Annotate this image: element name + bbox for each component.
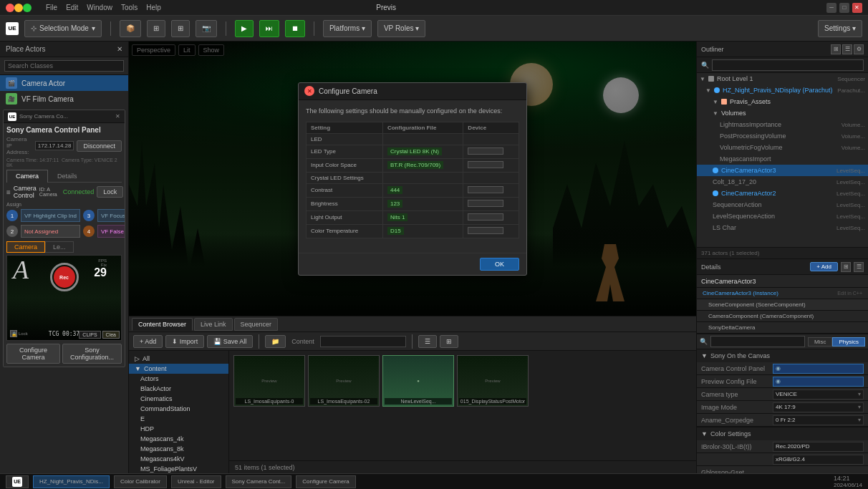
disconnect-btn[interactable]: Disconnect [77, 140, 122, 152]
panel-close-icon[interactable]: ✕ [117, 45, 122, 53]
details-val-pcf[interactable]: ◉ [773, 377, 864, 387]
max-btn[interactable] [23, 4, 32, 12]
selection-mode-btn[interactable]: ⊹ Selection Mode ▾ [24, 20, 102, 37]
outliner-item-meg[interactable]: MegascansImport [697, 153, 868, 165]
outliner-item-volumes[interactable]: ▼ Volumes [697, 107, 868, 119]
outliner-item-hz[interactable]: ▼ HZ_Night_Pravis_NDisplay (Parachut) Pa… [697, 84, 868, 96]
details-val-aname[interactable]: 0 Fr 2:2 ▾ [773, 415, 864, 425]
tree-ms-foliage[interactable]: MS_FoliagePlantsV [129, 464, 228, 473]
clear-btn[interactable]: Clea [102, 331, 120, 339]
configure-camera-btn[interactable]: Configure Camera [6, 344, 60, 364]
add-btn[interactable]: + Add [133, 335, 163, 348]
camera-btn[interactable]: 📷 [196, 20, 217, 37]
taskbar-btn-hz[interactable]: HZ_Night_Pravis_NDis... [33, 475, 110, 488]
tab-sequencer[interactable]: Sequencer [234, 318, 279, 331]
place-actors-btn[interactable]: 📦 [120, 20, 141, 37]
outliner-item-seqact[interactable]: SequencerAction LevelSeq... [697, 199, 868, 210]
assign-item-1[interactable]: 1 VF Highlight Clip Ind [6, 208, 80, 223]
tree-all[interactable]: ▷ All [129, 354, 228, 364]
stop-btn[interactable]: ⏹ [285, 20, 305, 37]
tree-megascansv[interactable]: Megascans4kV [129, 454, 228, 464]
taskbar-ue5[interactable]: UE [6, 475, 29, 488]
content-search-input[interactable] [320, 336, 406, 347]
tree-hdp[interactable]: HDP [129, 424, 228, 434]
new-folder-btn[interactable]: 📁 [265, 335, 286, 348]
tree-actors[interactable]: Actors [129, 374, 228, 384]
assign-item-2[interactable]: 2 Not Assigned [6, 224, 80, 238]
details-search-input[interactable] [710, 336, 805, 347]
outliner-item-post[interactable]: PostProcessingVolume Volume... [697, 130, 868, 142]
tree-megascans-8k[interactable]: Megascans_8k [129, 444, 228, 454]
outliner-icon-2[interactable]: ☰ [842, 44, 852, 54]
window-close[interactable]: ✕ [852, 3, 862, 13]
sony-camera-tab[interactable]: Camera [6, 170, 48, 183]
outliner-item-lschar[interactable]: LS Char LevelSeq... [697, 222, 868, 233]
settings-btn[interactable]: Settings ▾ [818, 20, 862, 37]
view-btn[interactable]: ⊞ [440, 335, 458, 348]
outliner-settings-icon[interactable]: ⚙ [854, 44, 864, 54]
menu-edit[interactable]: Edit [66, 4, 78, 11]
menu-help[interactable]: Help [146, 4, 161, 11]
component-item-0[interactable]: CineCameraActor3 (Instance) Edit in C++ [697, 288, 868, 299]
menu-window[interactable]: Window [87, 4, 112, 11]
sony-config-btn[interactable]: Sony Configuration... [62, 344, 122, 364]
details-icon-2[interactable]: ☰ [854, 262, 864, 272]
close-btn[interactable] [6, 4, 14, 12]
tab-live-link[interactable]: Live Link [194, 318, 233, 331]
sony-panel-close-icon[interactable]: ✕ [115, 113, 120, 120]
cam-tab-lens[interactable]: Le... [45, 241, 74, 253]
outliner-search-input[interactable] [712, 59, 864, 71]
tree-content[interactable]: ▼ Content [129, 364, 228, 374]
sony-details-tab[interactable]: Details [48, 170, 87, 182]
outliner-icon-1[interactable]: ⊞ [831, 44, 841, 54]
assign-item-4[interactable]: 4 VF False Color [83, 224, 125, 238]
assign-btn-4[interactable]: VF False Color [97, 225, 125, 238]
add-component-btn[interactable]: + Add [810, 262, 838, 271]
outliner-item-cine2[interactable]: CineCameraActor2 LevelSeq... [697, 188, 868, 199]
component-item-1[interactable]: SceneComponent (SceneComponent) [697, 299, 868, 311]
details-val-imgmode[interactable]: 4K 17:9 ▾ [773, 402, 864, 412]
play-btn[interactable]: ▶ [235, 20, 254, 37]
viewport[interactable]: Perspective Lit Show ✕ Configure Camera … [129, 42, 696, 316]
outliner-item-cine3[interactable]: CineCameraActor3 LevelSeq... [697, 165, 868, 176]
actor-item-camera[interactable]: 🎬 Camera Actor [0, 75, 128, 91]
asset-thumb-2[interactable]: ● NewLevelSeq... [382, 355, 454, 407]
lock-icon[interactable]: 🔒 [10, 330, 17, 337]
component-item-3[interactable]: SonyDeltaCamera [697, 322, 868, 334]
taskbar-btn-color[interactable]: Color Calibrator [114, 475, 167, 488]
min-btn[interactable] [14, 4, 23, 12]
assign-btn-2[interactable]: Not Assigned [21, 225, 80, 238]
details-icon-1[interactable]: ⊞ [841, 262, 851, 272]
outliner-item-lvlseq[interactable]: LevelSequenceAction LevelSeq... [697, 210, 868, 222]
snap-btn[interactable]: ⊞ [147, 20, 165, 37]
group-header-color[interactable]: ▼ Color Settings [697, 427, 868, 440]
vp-roles-btn[interactable]: VP Roles ▾ [377, 20, 425, 37]
outliner-item-root[interactable]: ▼ Root Level 1 Sequencer [697, 73, 868, 84]
filter-btn[interactable]: ☰ [418, 335, 437, 348]
tree-cinematics[interactable]: Cinematics [129, 394, 228, 404]
menu-file[interactable]: File [46, 4, 57, 11]
clips-btn[interactable]: CLIPS [79, 331, 100, 339]
component-item-2[interactable]: CameraComponent (CameraComponent) [697, 311, 868, 322]
asset-thumb-3[interactable]: Preview 015_DisplayStatusPostMotor [457, 355, 529, 407]
grid-btn[interactable]: ⊞ [171, 20, 190, 37]
details-tab-physics[interactable]: Physics [832, 337, 865, 347]
window-maximize[interactable]: □ [839, 3, 849, 13]
outliner-item-vol[interactable]: VolumetricFogVolume Volume... [697, 142, 868, 153]
tree-commandstation[interactable]: CommandStation [129, 404, 228, 414]
assign-btn-1[interactable]: VF Highlight Clip Ind [21, 209, 80, 222]
outliner-item-colt[interactable]: Colt_18_17_20 LevelSeq... [697, 176, 868, 188]
tree-megascans-4k[interactable]: Megascans_4k [129, 434, 228, 444]
details-val-camtype[interactable]: VENICE ▾ [773, 389, 864, 400]
outliner-item-assets[interactable]: ▼ Pravis_Assets [697, 96, 868, 107]
assign-btn-3[interactable]: VF Focus Magnifier [97, 209, 125, 222]
cam-tab-camera[interactable]: Camera [6, 241, 45, 253]
place-actors-search[interactable] [4, 60, 124, 72]
details-val-ibrolor[interactable]: Rec.2020/PD [773, 442, 864, 452]
taskbar-btn-sony[interactable]: Sony Camera Cont... [226, 475, 292, 488]
details-tab-misc[interactable]: Misc [808, 337, 832, 347]
rec-circle[interactable]: Rec [50, 263, 79, 291]
outliner-item-lm[interactable]: LightmassImportance Volume... [697, 119, 868, 130]
group-header-sony[interactable]: ▼ Sony On the Canvas [697, 349, 868, 362]
platform-btn[interactable]: Platforms ▾ [323, 20, 372, 37]
